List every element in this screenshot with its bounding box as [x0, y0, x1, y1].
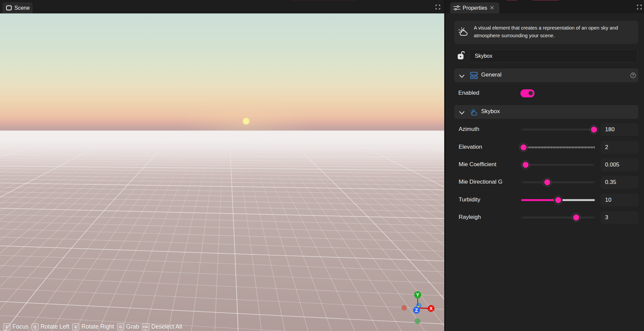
- svg-text:?: ?: [632, 73, 634, 77]
- svg-text:X: X: [429, 306, 433, 311]
- svg-text:Y: Y: [416, 292, 419, 297]
- svg-text:Z: Z: [415, 308, 418, 313]
